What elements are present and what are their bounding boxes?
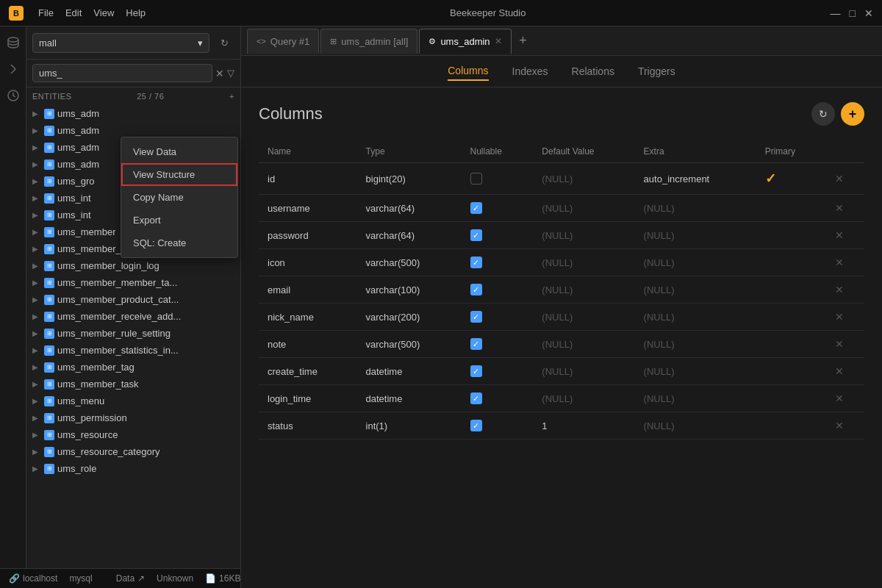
list-item[interactable]: ▶ ⊞ ums_member_member_ta...: [26, 274, 240, 291]
delete-row-button[interactable]: ✕: [835, 257, 844, 268]
tab-ums-admin-label: ums_admin: [440, 36, 490, 47]
list-item[interactable]: ▶ ⊞ ums_adm: [26, 105, 240, 122]
context-menu-sql-create[interactable]: SQL: Create: [121, 232, 237, 254]
gear-tab-icon: ⚙: [429, 37, 436, 46]
add-entity-button[interactable]: +: [229, 92, 234, 101]
list-item[interactable]: ▶ ⊞ ums_member_product_cat...: [26, 291, 240, 308]
tab-ums-admin-all[interactable]: ⊞ ums_admin [all]: [320, 29, 417, 54]
list-item[interactable]: ▶ ⊞ ums_member_tag: [26, 359, 240, 376]
subtab-triggers[interactable]: Triggers: [638, 62, 675, 80]
cell-nullable[interactable]: ✓: [462, 222, 534, 249]
subtab-relations[interactable]: Relations: [572, 62, 614, 80]
cell-nullable[interactable]: ✓: [462, 304, 534, 331]
tab-query1[interactable]: <> Query #1: [247, 29, 319, 54]
menu-edit[interactable]: Edit: [65, 7, 82, 18]
refresh-button[interactable]: ↻: [214, 32, 234, 53]
nav-icon[interactable]: [3, 59, 24, 79]
checkbox-checked-icon[interactable]: ✓: [470, 257, 482, 268]
list-item[interactable]: ▶ ⊞ ums_member_login_log: [26, 257, 240, 274]
null-value: (NULL): [644, 203, 675, 214]
cell-delete[interactable]: ✕: [826, 222, 864, 249]
list-item[interactable]: ▶ ⊞ ums_resource: [26, 426, 240, 443]
context-menu-export[interactable]: Export: [121, 209, 237, 232]
cell-delete[interactable]: ✕: [826, 163, 864, 195]
history-icon[interactable]: [3, 85, 24, 106]
delete-row-button[interactable]: ✕: [835, 420, 844, 431]
delete-row-button[interactable]: ✕: [835, 392, 844, 404]
cell-nullable[interactable]: ✓: [462, 385, 534, 412]
delete-row-button[interactable]: ✕: [835, 202, 844, 214]
cell-nullable[interactable]: ✓: [462, 358, 534, 385]
list-item[interactable]: ▶ ⊞ ums_member_statistics_in...: [26, 342, 240, 359]
cell-delete[interactable]: ✕: [826, 412, 864, 440]
cell-nullable[interactable]: [462, 163, 534, 195]
col-header-delete: [826, 140, 864, 163]
cell-nullable[interactable]: ✓: [462, 195, 534, 222]
cell-delete[interactable]: ✕: [826, 276, 864, 304]
checkbox-checked-icon[interactable]: ✓: [470, 365, 482, 377]
tab-close-button[interactable]: ✕: [495, 36, 502, 46]
cell-delete[interactable]: ✕: [826, 385, 864, 412]
cell-nullable[interactable]: ✓: [462, 276, 534, 304]
maximize-button[interactable]: □: [850, 7, 856, 19]
minimize-button[interactable]: —: [831, 7, 841, 19]
checkbox-unchecked-icon[interactable]: [470, 173, 482, 184]
database-icon[interactable]: [3, 32, 24, 53]
cell-delete[interactable]: ✕: [826, 331, 864, 358]
context-menu-view-data[interactable]: View Data: [121, 140, 237, 163]
menu-file[interactable]: File: [38, 7, 54, 18]
delete-row-button[interactable]: ✕: [835, 173, 844, 184]
db-type-status: mysql: [69, 573, 92, 584]
delete-row-button[interactable]: ✕: [835, 365, 844, 377]
search-clear-button[interactable]: ✕: [215, 68, 224, 79]
cell-primary: ✓: [756, 163, 826, 195]
cell-nullable[interactable]: ✓: [462, 412, 534, 440]
tab-ums-admin[interactable]: ⚙ ums_admin ✕: [419, 29, 511, 54]
table-row: idbigint(20)(NULL)auto_increment✓✕: [259, 163, 864, 195]
subtab-indexes[interactable]: Indexes: [512, 62, 548, 80]
checkbox-checked-icon[interactable]: ✓: [470, 284, 482, 295]
filter-icon[interactable]: ▽: [227, 68, 234, 79]
menu-help[interactable]: Help: [126, 7, 146, 18]
list-item[interactable]: ▶ ⊞ ums_member_receive_add...: [26, 308, 240, 325]
delete-row-button[interactable]: ✕: [835, 311, 844, 323]
db-selector[interactable]: mall ▾: [32, 33, 209, 53]
col-header-type: Type: [357, 140, 462, 163]
menu-view[interactable]: View: [93, 7, 114, 18]
delete-row-button[interactable]: ✕: [835, 284, 844, 295]
subtab-columns[interactable]: Columns: [448, 62, 488, 81]
cell-primary: [756, 276, 826, 304]
list-item[interactable]: ▶ ⊞ ums_role: [26, 460, 240, 477]
cell-delete[interactable]: ✕: [826, 304, 864, 331]
checkbox-checked-icon[interactable]: ✓: [470, 420, 482, 431]
checkbox-checked-icon[interactable]: ✓: [470, 338, 482, 350]
checkbox-checked-icon[interactable]: ✓: [470, 229, 482, 241]
list-item[interactable]: ▶ ⊞ ums_member_task: [26, 376, 240, 392]
unknown-label: Unknown: [157, 573, 193, 584]
delete-row-button[interactable]: ✕: [835, 338, 844, 350]
table-icon: ⊞: [44, 278, 54, 288]
list-item[interactable]: ▶ ⊞ ums_permission: [26, 409, 240, 426]
cell-nullable[interactable]: ✓: [462, 249, 534, 276]
cell-nullable[interactable]: ✓: [462, 331, 534, 358]
section-actions: ↻ +: [811, 102, 864, 126]
add-column-button[interactable]: +: [841, 102, 864, 126]
cell-delete[interactable]: ✕: [826, 195, 864, 222]
list-item[interactable]: ▶ ⊞ ums_member_rule_setting: [26, 325, 240, 342]
checkbox-checked-icon[interactable]: ✓: [470, 202, 482, 214]
list-item[interactable]: ▶ ⊞ ums_resource_category: [26, 443, 240, 460]
delete-row-button[interactable]: ✕: [835, 229, 844, 241]
cell-delete[interactable]: ✕: [826, 249, 864, 276]
table-icon: ⊞: [44, 379, 54, 390]
new-tab-button[interactable]: +: [513, 31, 534, 51]
null-value: (NULL): [542, 203, 573, 214]
cell-delete[interactable]: ✕: [826, 358, 864, 385]
checkbox-checked-icon[interactable]: ✓: [470, 311, 482, 323]
list-item[interactable]: ▶ ⊞ ums_menu: [26, 392, 240, 409]
refresh-columns-button[interactable]: ↻: [811, 102, 835, 126]
close-button[interactable]: ✕: [864, 7, 873, 19]
context-menu-copy-name[interactable]: Copy Name: [121, 186, 237, 209]
context-menu-view-structure[interactable]: View Structure: [121, 163, 237, 186]
checkbox-checked-icon[interactable]: ✓: [470, 392, 482, 404]
search-input[interactable]: [32, 64, 212, 82]
